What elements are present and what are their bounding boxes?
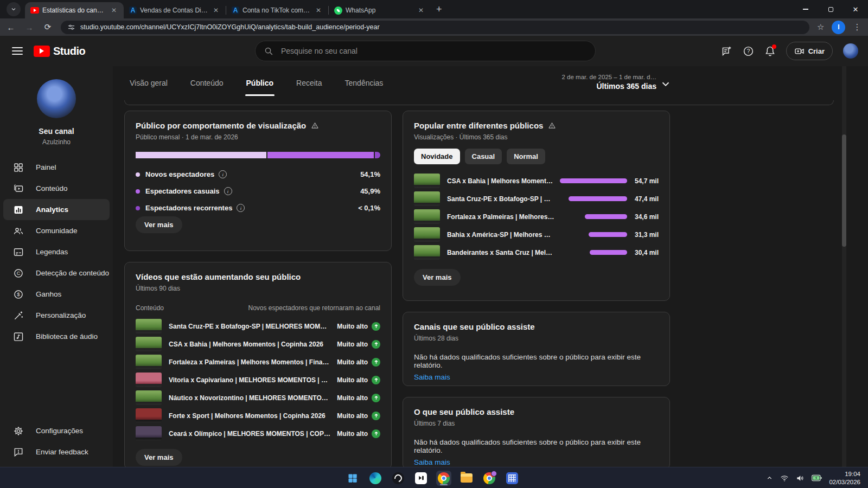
info-icon[interactable]: i	[219, 170, 227, 178]
see-more-button[interactable]: Ver mais	[136, 216, 182, 233]
video-row[interactable]: Santa Cruz-PE x Botafogo-SP | MELHORES M…	[136, 317, 380, 335]
tab-conteudo[interactable]: Conteúdo	[189, 67, 225, 99]
sidebar-item-ganhos[interactable]: $ Ganhos	[0, 284, 113, 305]
video-row[interactable]: Vitoria x Capivariano | MELHORES MOMENTO…	[136, 371, 380, 389]
sidebar-menu: Painel Conteúdo Analytics Comunidade Leg…	[0, 157, 113, 347]
browser-tab-youtube-studio[interactable]: Estatísticas do canal - YouTube ✕	[25, 2, 124, 18]
file-explorer-button[interactable]	[459, 471, 474, 486]
video-row[interactable]: Ceará x Olímpico | MELHORES MOMENTOS | C…	[136, 425, 380, 442]
menu-hamburger-icon[interactable]	[12, 47, 23, 55]
tab-search-button[interactable]	[7, 2, 21, 16]
sidebar-item-deteccao[interactable]: C Detecção de conteúdo	[0, 262, 113, 284]
video-row[interactable]: Forte x Sport | Melhores Momentos | Copi…	[136, 407, 380, 425]
sidebar-item-analytics[interactable]: Analytics	[3, 199, 110, 220]
video-title: Forte x Sport | Melhores Momentos | Copi…	[169, 412, 337, 420]
sidebar-item-biblioteca-audio[interactable]: Biblioteca de áudio	[0, 326, 113, 347]
search-input[interactable]	[280, 46, 586, 56]
channel-avatar[interactable]	[37, 79, 76, 118]
sidebar-item-label: Detecção de conteúdo	[36, 269, 109, 277]
tab-close-icon[interactable]: ✕	[212, 7, 220, 14]
tab-close-icon[interactable]: ✕	[110, 7, 118, 14]
address-bar[interactable]: studio.youtube.com/channel/UCYxzICj7ltnO…	[61, 21, 809, 34]
learn-more-link[interactable]: Saiba mais	[414, 373, 659, 381]
tab-publico[interactable]: Público	[245, 67, 275, 99]
create-button[interactable]: Criar	[786, 42, 833, 60]
video-row[interactable]: CSA x Bahia | Melhores Momentos | Copinh…	[136, 335, 380, 353]
start-button[interactable]	[345, 471, 360, 486]
scrollbar-thumb[interactable]	[842, 134, 846, 247]
trend-up-icon	[372, 376, 380, 384]
window-minimize-button[interactable]	[793, 0, 818, 18]
forward-button[interactable]: →	[22, 20, 37, 35]
wifi-icon[interactable]	[780, 474, 789, 483]
audience-chips: Novidade Casual Normal	[414, 149, 659, 164]
notifications-bell-icon[interactable]	[764, 46, 776, 57]
video-row[interactable]: Santa Cruz-PE x Botafogo-SP | MELHO… 47,…	[414, 190, 659, 208]
feedback-message-icon[interactable]	[721, 46, 732, 57]
video-row[interactable]: Bandeirantes x Santa Cruz | Melhores … 3…	[414, 243, 659, 261]
browser-menu-icon[interactable]: ⋮	[853, 22, 861, 32]
see-more-button[interactable]: Ver mais	[136, 449, 182, 466]
video-title: Bahia x América-SP | Melhores Moment…	[447, 231, 560, 239]
browser-tab-whatsapp[interactable]: WhatsApp ✕	[329, 2, 431, 18]
legend-value: 45,9%	[360, 187, 380, 195]
chrome-app-button[interactable]	[436, 471, 451, 486]
calculator-app-button[interactable]	[505, 471, 520, 486]
sidebar-item-enviar-feedback[interactable]: Enviar feedback	[0, 441, 113, 463]
tray-chevron-up-icon[interactable]	[766, 474, 773, 481]
obs-app-button[interactable]	[391, 471, 406, 486]
tab-close-icon[interactable]: ✕	[417, 7, 425, 14]
bookmark-star-icon[interactable]: ☆	[817, 22, 824, 32]
video-row[interactable]: Fortaleza x Palmeiras | Melhores Momento…	[136, 353, 380, 371]
sidebar-item-personalizacao[interactable]: Personalização	[0, 305, 113, 326]
info-icon[interactable]: i	[224, 187, 232, 195]
capcut-app-button[interactable]	[413, 471, 429, 486]
channel-search-bar[interactable]	[255, 41, 596, 61]
youtube-studio-logo[interactable]: Studio	[34, 45, 85, 57]
back-button[interactable]: ←	[3, 20, 18, 35]
new-tab-button[interactable]: +	[431, 4, 449, 18]
legend-row: Espectadores casuais i 45,9%	[136, 183, 380, 200]
speaker-icon[interactable]	[796, 474, 805, 483]
browser-tab-vendas[interactable]: A Vendas de Contas Digitais com ✕	[124, 2, 226, 18]
tab-receita[interactable]: Receita	[295, 67, 323, 99]
sidebar-item-legendas[interactable]: Legendas	[0, 241, 113, 262]
sidebar-item-conteudo[interactable]: Conteúdo	[0, 178, 113, 199]
chip-novidade[interactable]: Novidade	[414, 149, 460, 164]
battery-icon[interactable]	[812, 474, 822, 482]
video-title: CSA x Bahia | Melhores Momentos | Co…	[447, 177, 560, 185]
browser-tab-tiktok[interactable]: A Conta no TikTok com 5.300 seg ✕	[226, 2, 328, 18]
warning-icon[interactable]	[311, 121, 319, 130]
video-row[interactable]: Bahia x América-SP | Melhores Moment… 31…	[414, 226, 659, 243]
window-maximize-button[interactable]	[818, 0, 843, 18]
settings-icon	[13, 426, 24, 436]
video-row[interactable]: CSA x Bahia | Melhores Momentos | Co… 54…	[414, 172, 659, 190]
account-avatar[interactable]	[843, 43, 858, 59]
chip-casual[interactable]: Casual	[465, 149, 502, 164]
chevron-down-icon[interactable]	[660, 78, 672, 90]
chip-normal[interactable]: Normal	[507, 149, 545, 164]
window-close-button[interactable]: ✕	[843, 0, 868, 18]
sidebar-item-configuracoes[interactable]: Configurações	[0, 420, 113, 441]
learn-more-link[interactable]: Saiba mais	[414, 458, 659, 466]
card-subtitle: Visualizações · Últimos 365 dias	[414, 133, 659, 141]
see-more-button[interactable]: Ver mais	[414, 269, 461, 286]
tab-visao-geral[interactable]: Visão geral	[129, 67, 169, 99]
help-icon[interactable]: ?	[743, 46, 754, 57]
date-range-selector[interactable]: 2 de mar. de 2025 – 1 de mar. d… Últimos…	[548, 74, 656, 91]
reload-button[interactable]: ⟳	[40, 20, 55, 35]
sidebar-item-comunidade[interactable]: Comunidade	[0, 220, 113, 241]
info-icon[interactable]: i	[237, 204, 245, 212]
taskbar-clock[interactable]: 19:04 02/03/2026	[829, 470, 860, 486]
video-row[interactable]: Fortaleza x Palmeiras | Melhores Mome… 3…	[414, 208, 659, 226]
warning-icon[interactable]	[548, 121, 556, 130]
tab-close-icon[interactable]: ✕	[314, 7, 323, 14]
browser-profile-avatar[interactable]: I	[832, 21, 845, 34]
sidebar-item-painel[interactable]: Painel	[0, 157, 113, 178]
scrollbar-track[interactable]	[842, 66, 846, 467]
edge-app-button[interactable]	[368, 471, 383, 486]
video-row[interactable]: Náutico x Novorizontino | MELHORES MOMEN…	[136, 389, 380, 407]
chrome-profile-button[interactable]	[482, 471, 497, 486]
tab-tendencias[interactable]: Tendências	[344, 67, 385, 99]
svg-text:C: C	[17, 271, 21, 276]
